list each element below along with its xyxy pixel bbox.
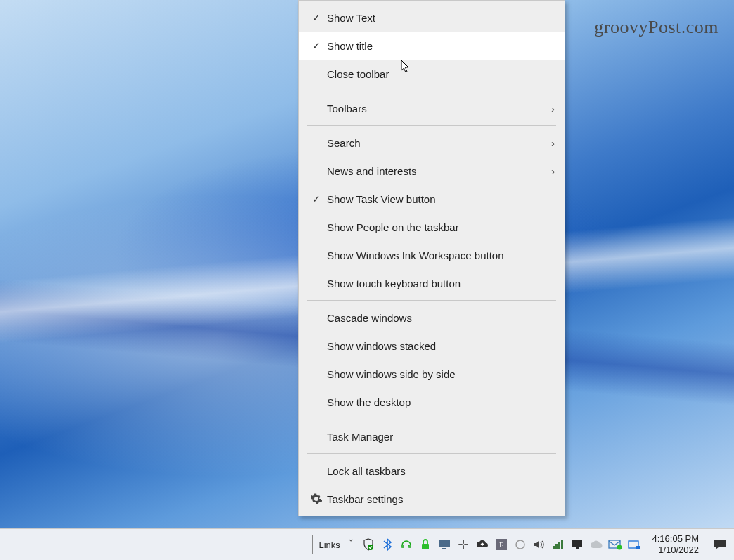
check-icon: ✓ <box>307 12 326 23</box>
gear-icon <box>307 493 326 504</box>
menu-item-show-title[interactable]: ✓Show title <box>299 32 565 60</box>
headset-icon[interactable] <box>399 538 413 552</box>
menu-item-label: Toolbars <box>326 103 551 115</box>
menu-item-show-windows-stacked[interactable]: Show windows stacked <box>299 332 565 360</box>
chevron-right-icon: › <box>551 137 555 149</box>
menu-item-label: Lock all taskbars <box>326 465 555 477</box>
menu-separator <box>307 91 556 91</box>
links-toolbar-chevron-icon[interactable]: › <box>347 539 356 550</box>
menu-separator <box>307 125 556 126</box>
menu-item-label: Close toolbar <box>326 68 555 80</box>
svg-rect-14 <box>561 540 563 549</box>
circle-icon[interactable] <box>513 538 527 552</box>
taskbar[interactable]: Links › F 4:16:05 PM 1/10/2022 <box>0 528 734 560</box>
menu-item-taskbar-settings[interactable]: Taskbar settings <box>299 485 565 513</box>
menu-item-task-manager[interactable]: Task Manager <box>299 422 565 450</box>
svg-rect-2 <box>439 540 450 547</box>
svg-rect-3 <box>442 548 446 549</box>
menu-item-label: Taskbar settings <box>326 493 555 505</box>
svg-point-10 <box>516 540 524 549</box>
svg-rect-6 <box>458 544 463 545</box>
menu-item-show-touch-keyboard-button[interactable]: Show touch keyboard button <box>299 269 565 297</box>
menu-item-label: Show the desktop <box>326 396 555 408</box>
clock-date: 1/10/2022 <box>652 545 700 556</box>
chevron-right-icon: › <box>551 103 555 115</box>
menu-item-label: News and interests <box>326 165 551 177</box>
taskbar-clock[interactable]: 4:16:05 PM 1/10/2022 <box>645 533 707 556</box>
menu-item-label: Show windows side by side <box>326 368 555 380</box>
menu-item-label: Show Windows Ink Workspace button <box>326 249 555 261</box>
cloud-sync-icon[interactable] <box>475 538 489 552</box>
svg-rect-11 <box>553 546 555 549</box>
menu-item-label: Show Task View button <box>326 193 555 205</box>
menu-separator <box>307 300 556 301</box>
watermark-text: groovyPost.com <box>594 17 719 38</box>
bluetooth-icon[interactable] <box>380 538 394 552</box>
menu-item-cascade-windows[interactable]: Cascade windows <box>299 304 565 332</box>
menu-item-show-the-desktop[interactable]: Show the desktop <box>299 388 565 416</box>
app-f-icon[interactable]: F <box>494 538 508 552</box>
svg-rect-15 <box>572 540 582 547</box>
chevron-right-icon: › <box>551 165 555 177</box>
svg-rect-4 <box>463 540 464 544</box>
menu-item-show-windows-ink-workspace-button[interactable]: Show Windows Ink Workspace button <box>299 241 565 269</box>
network-icon[interactable] <box>551 538 565 552</box>
svg-rect-7 <box>464 544 468 545</box>
menu-item-label: Show People on the taskbar <box>326 221 555 233</box>
menu-item-news-and-interests[interactable]: News and interests› <box>299 157 565 185</box>
menu-item-show-people-on-the-taskbar[interactable]: Show People on the taskbar <box>299 213 565 241</box>
mail-icon[interactable] <box>608 538 622 552</box>
svg-rect-12 <box>555 544 558 549</box>
toolbar-separator[interactable] <box>309 535 309 554</box>
slack-icon[interactable] <box>456 538 470 552</box>
menu-item-label: Show windows stacked <box>326 340 555 352</box>
menu-item-label: Show touch keyboard button <box>326 278 555 289</box>
menu-item-show-task-view-button[interactable]: ✓Show Task View button <box>299 185 565 213</box>
volume-icon[interactable] <box>532 538 546 552</box>
svg-rect-1 <box>422 544 429 549</box>
taskbar-context-menu: ✓Show Text✓Show titleClose toolbarToolba… <box>298 0 565 516</box>
menu-item-label: Task Manager <box>326 431 555 443</box>
toolbar-separator[interactable] <box>312 535 313 554</box>
menu-item-search[interactable]: Search› <box>299 129 565 157</box>
menu-item-label: Show Text <box>326 12 555 24</box>
menu-item-label: Search <box>326 137 551 149</box>
action-center-button[interactable] <box>706 529 734 561</box>
menu-separator <box>307 419 556 419</box>
menu-item-label: Show title <box>326 40 555 52</box>
monitor-icon[interactable] <box>570 538 584 552</box>
svg-text:F: F <box>498 540 503 549</box>
check-icon: ✓ <box>307 40 326 51</box>
menu-item-show-text[interactable]: ✓Show Text <box>299 4 565 32</box>
svg-rect-20 <box>636 546 640 549</box>
display-icon[interactable] <box>437 538 451 552</box>
menu-item-close-toolbar[interactable]: Close toolbar <box>299 60 565 88</box>
svg-rect-13 <box>558 542 560 549</box>
system-tray: F <box>357 538 645 552</box>
menu-item-lock-all-taskbars[interactable]: Lock all taskbars <box>299 457 565 485</box>
taskbar-corner-icon[interactable] <box>627 538 641 552</box>
menu-item-show-windows-side-by-side[interactable]: Show windows side by side <box>299 360 565 388</box>
svg-rect-16 <box>576 547 579 549</box>
check-icon: ✓ <box>307 193 326 204</box>
menu-item-label: Cascade windows <box>326 312 555 324</box>
svg-rect-5 <box>463 545 464 549</box>
svg-point-18 <box>617 545 622 550</box>
onedrive-icon[interactable] <box>589 538 603 552</box>
menu-separator <box>307 453 556 454</box>
menu-item-toolbars[interactable]: Toolbars› <box>299 94 565 122</box>
security-shield-icon[interactable] <box>361 538 375 552</box>
links-toolbar-label[interactable]: Links <box>316 540 345 550</box>
lock-icon[interactable] <box>418 538 432 552</box>
clock-time: 4:16:05 PM <box>652 533 700 545</box>
